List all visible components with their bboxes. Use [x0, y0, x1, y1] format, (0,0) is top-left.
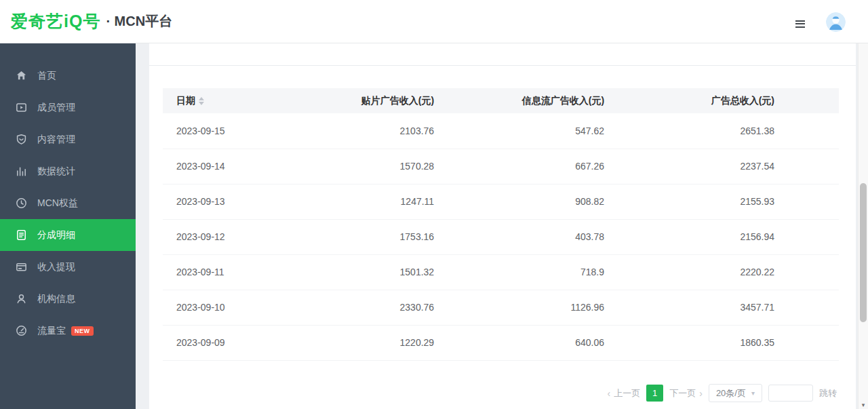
speedometer-icon: [15, 324, 28, 337]
cell-total-revenue: 1860.35: [669, 325, 839, 360]
sidebar-item-withdraw[interactable]: 收入提现: [0, 251, 136, 283]
sidebar-item-label: 收入提现: [37, 261, 75, 273]
cell-feed-revenue: 908.82: [498, 184, 669, 219]
new-badge: NEW: [71, 326, 94, 336]
app-logo: 爱奇艺iQ号 · MCN平台: [11, 0, 172, 43]
user-avatar[interactable]: [826, 12, 846, 32]
cell-date: 2023-09-14: [163, 149, 328, 184]
chevron-right-icon: ›: [699, 388, 703, 399]
table-row: 2023-09-111501.32718.92220.22: [163, 254, 839, 290]
scrollbar-thumb[interactable]: [860, 183, 867, 322]
pagination: ‹ 上一页 1 下一页 › 20条/页 ▾ 跳转: [608, 384, 837, 402]
content-shield-icon: [15, 133, 28, 146]
table-row: 2023-09-091220.29640.061860.35: [163, 325, 839, 360]
sidebar-item-mcn-rights[interactable]: MCN权益: [0, 187, 136, 219]
statistics-icon: [15, 165, 28, 178]
sidebar-item-home[interactable]: 首页: [0, 60, 136, 92]
column-header-total-revenue: 广告总收入(元): [669, 88, 839, 113]
cell-preroll-revenue: 1247.11: [328, 184, 498, 219]
document-icon: [15, 229, 28, 241]
next-page-button[interactable]: 下一页 ›: [669, 387, 703, 400]
cell-date: 2023-09-12: [163, 219, 328, 254]
cell-preroll-revenue: 1501.32: [328, 254, 498, 290]
sidebar-item-label: 数据统计: [37, 165, 75, 178]
cell-date: 2023-09-10: [163, 290, 328, 325]
cell-feed-revenue: 640.06: [498, 325, 669, 360]
cell-date: 2023-09-13: [163, 184, 328, 219]
cell-preroll-revenue: 2330.76: [328, 290, 498, 325]
clock-icon: [15, 197, 28, 210]
prev-page-button[interactable]: ‹ 上一页: [608, 387, 641, 400]
cell-feed-revenue: 403.78: [498, 219, 669, 254]
cell-total-revenue: 2220.22: [669, 254, 839, 290]
table-header-row: 日期 贴片广告收入(元) 信息流广告收入(元) 广告总收入(元): [163, 88, 839, 113]
sidebar-item-revenue-share[interactable]: 分成明细: [0, 219, 136, 251]
member-video-icon: [15, 101, 28, 114]
sidebar-item-stats[interactable]: 数据统计: [0, 155, 136, 187]
card-top-divider: [149, 43, 856, 66]
sidebar-item-label: 机构信息: [37, 293, 75, 305]
logo-brand-text: 爱奇艺iQ号: [11, 10, 100, 33]
sidebar-item-label: 内容管理: [37, 134, 75, 146]
column-header-preroll-revenue: 贴片广告收入(元): [328, 88, 498, 113]
user-icon: [15, 292, 28, 305]
sidebar-item-org-info[interactable]: 机构信息: [0, 283, 136, 315]
avatar-image: [826, 12, 846, 32]
cell-feed-revenue: 667.26: [498, 149, 669, 184]
cell-date: 2023-09-11: [163, 254, 328, 290]
cell-feed-revenue: 547.62: [498, 113, 669, 149]
page-number-button[interactable]: 1: [646, 385, 663, 402]
scrollbar-down-arrow-icon[interactable]: ▾: [859, 402, 868, 408]
sidebar-item-label: 流量宝: [37, 325, 66, 337]
page-size-select[interactable]: 20条/页 ▾: [709, 384, 762, 402]
table-row: 2023-09-141570.28667.262237.54: [163, 149, 839, 184]
sort-carets-icon[interactable]: [199, 97, 204, 105]
sidebar-item-label: 分成明细: [37, 229, 75, 241]
wallet-icon: [15, 260, 28, 273]
cell-total-revenue: 2156.94: [669, 219, 839, 254]
jump-page-input[interactable]: [768, 385, 813, 402]
cell-preroll-revenue: 1220.29: [328, 325, 498, 360]
sidebar-item-label: 首页: [37, 70, 56, 82]
hamburger-menu-icon[interactable]: [795, 18, 805, 29]
sidebar-item-traffic[interactable]: 流量宝NEW: [0, 315, 136, 347]
cell-feed-revenue: 718.9: [498, 254, 669, 290]
chevron-down-icon: ▾: [751, 389, 755, 397]
cell-date: 2023-09-09: [163, 325, 328, 360]
table-row: 2023-09-131247.11908.822155.93: [163, 184, 839, 219]
sidebar-item-label: MCN权益: [37, 197, 78, 210]
home-icon: [15, 69, 28, 82]
chevron-left-icon: ‹: [608, 388, 611, 399]
cell-preroll-revenue: 1753.16: [328, 219, 498, 254]
column-header-feed-revenue: 信息流广告收入(元): [498, 88, 669, 113]
table-row: 2023-09-102330.761126.963457.71: [163, 290, 839, 325]
sidebar-menu: 首页成员管理内容管理数据统计MCN权益分成明细收入提现机构信息流量宝NEW: [0, 43, 136, 409]
cell-feed-revenue: 1126.96: [498, 290, 669, 325]
revenue-table: 日期 贴片广告收入(元) 信息流广告收入(元) 广告总收入(元) 2023-09…: [163, 88, 839, 361]
main-area: 日期 贴片广告收入(元) 信息流广告收入(元) 广告总收入(元) 2023-09…: [136, 43, 868, 409]
logo-suffix-text: · MCN平台: [106, 12, 172, 31]
cell-total-revenue: 2155.93: [669, 184, 839, 219]
cell-total-revenue: 3457.71: [669, 290, 839, 325]
vertical-scrollbar[interactable]: ▾: [858, 43, 868, 409]
jump-label[interactable]: 跳转: [819, 387, 837, 400]
sidebar-item-content[interactable]: 内容管理: [0, 123, 136, 155]
cell-preroll-revenue: 1570.28: [328, 149, 498, 184]
cell-preroll-revenue: 2103.76: [328, 113, 498, 149]
content-card: 日期 贴片广告收入(元) 信息流广告收入(元) 广告总收入(元) 2023-09…: [149, 43, 856, 409]
top-header: 爱奇艺iQ号 · MCN平台: [0, 0, 868, 43]
sidebar-item-members[interactable]: 成员管理: [0, 92, 136, 123]
table-body: 2023-09-152103.76547.622651.382023-09-14…: [163, 113, 839, 360]
table-row: 2023-09-152103.76547.622651.38: [163, 113, 839, 149]
cell-date: 2023-09-15: [163, 113, 328, 149]
sidebar-item-label: 成员管理: [37, 102, 75, 114]
table-row: 2023-09-121753.16403.782156.94: [163, 219, 839, 254]
cell-total-revenue: 2237.54: [669, 149, 839, 184]
cell-total-revenue: 2651.38: [669, 113, 839, 149]
column-header-date[interactable]: 日期: [163, 88, 328, 113]
